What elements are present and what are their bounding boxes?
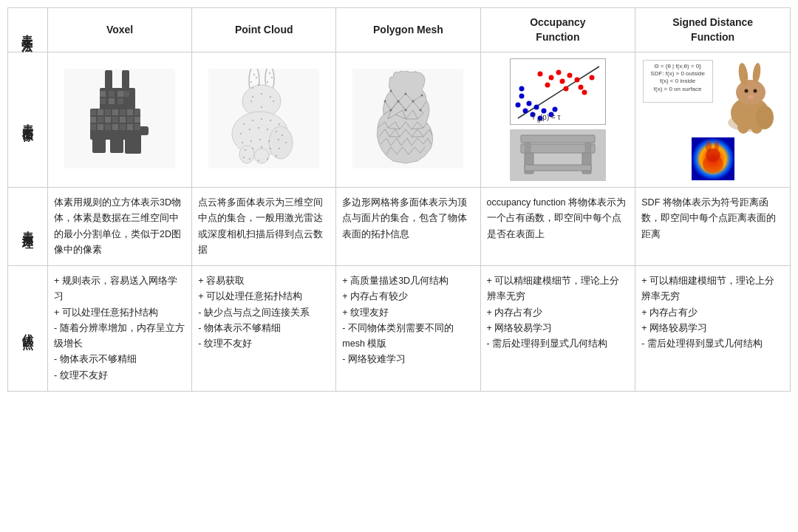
svg-point-59: [243, 123, 245, 125]
svg-point-165: [559, 79, 565, 84]
svg-rect-34: [120, 124, 126, 130]
svg-point-79: [270, 148, 271, 149]
svg-point-153: [384, 100, 386, 103]
sdf-image-cell: Θ = {θ | f(x;θ) = 0} SDF: f(x) > 0 outsi…: [635, 52, 791, 188]
svg-point-75: [285, 142, 287, 143]
svg-point-71: [250, 140, 252, 142]
svg-rect-30: [90, 124, 96, 130]
svg-point-53: [252, 96, 253, 98]
svg-point-207: [706, 140, 712, 152]
svg-point-169: [589, 75, 594, 81]
sdf-heatmap-svg: [692, 137, 734, 180]
svg-rect-19: [112, 109, 118, 115]
svg-rect-186: [521, 144, 595, 153]
svg-rect-191: [525, 143, 531, 153]
svg-point-76: [245, 149, 246, 151]
svg-point-160: [537, 72, 542, 77]
principle-occupancy: occupancy function 将物体表示为一个占有函数，即空间中每个点是…: [480, 188, 635, 266]
principle-pointcloud: 点云将多面体表示为三维空间中点的集合，一般用激光雷达或深度相机扫描后得到点云数据: [192, 188, 336, 266]
svg-point-64: [240, 133, 242, 134]
svg-point-168: [578, 85, 583, 90]
svg-rect-10: [109, 91, 115, 97]
svg-rect-16: [90, 109, 96, 115]
svg-rect-18: [105, 109, 111, 115]
row-header-principle: 表示原理: [8, 188, 48, 266]
svg-point-45: [253, 74, 255, 75]
svg-rect-190: [521, 135, 595, 143]
svg-point-82: [249, 158, 250, 160]
svg-point-57: [273, 100, 274, 102]
svg-point-166: [574, 78, 579, 83]
svg-point-63: [279, 123, 280, 125]
svg-point-84: [267, 158, 268, 160]
svg-point-66: [258, 127, 259, 129]
svg-point-50: [269, 72, 270, 74]
svg-rect-11: [117, 91, 123, 97]
proscons-mesh: + 高质量描述3D几何结构+ 内存占有较少+ 纹理友好- 不同物体类别需要不同的…: [336, 266, 480, 392]
svg-text:(p) = τ: (p) = τ: [540, 113, 561, 121]
svg-point-202: [753, 89, 757, 92]
col-header-mesh: Polygon Mesh: [336, 8, 480, 52]
svg-rect-27: [120, 117, 126, 123]
principle-voxel: 体素用规则的立方体表示3D物体，体素是数据在三维空间中的最小分割单位，类似于2D…: [47, 188, 191, 266]
svg-rect-24: [98, 117, 103, 123]
svg-rect-12: [123, 91, 129, 97]
svg-point-69: [282, 134, 283, 136]
svg-rect-2: [122, 70, 129, 89]
svg-rect-36: [134, 124, 140, 130]
svg-point-83: [258, 160, 259, 161]
svg-point-67: [267, 129, 268, 130]
svg-point-171: [519, 94, 524, 99]
col-header-sdf: Signed Distance Function: [635, 8, 791, 52]
svg-point-56: [250, 100, 252, 102]
col-header-occupancy: Occupancy Function: [480, 8, 635, 52]
svg-point-154: [398, 100, 400, 103]
svg-rect-23: [90, 117, 96, 123]
svg-rect-28: [127, 117, 133, 123]
sdf-rabbit-svg: [717, 60, 783, 134]
occupancy-bench-svg: [510, 129, 606, 181]
svg-rect-21: [127, 109, 133, 115]
svg-point-172: [526, 101, 531, 106]
svg-point-42: [239, 146, 254, 163]
svg-rect-20: [120, 109, 126, 115]
main-container: 表示方法 Voxel Point Cloud Polygon Mesh Occu…: [0, 0, 798, 532]
svg-rect-6: [110, 137, 123, 153]
svg-point-150: [390, 90, 392, 92]
svg-point-163: [567, 73, 572, 78]
svg-point-65: [249, 129, 250, 130]
proscons-voxel: + 规则表示，容易送入网络学习+ 可以处理任意拓扑结构- 随着分辨率增加，内存呈…: [47, 266, 191, 392]
svg-rect-35: [127, 124, 133, 130]
voxel-bunny-svg: [64, 69, 175, 168]
svg-rect-13: [100, 98, 106, 104]
svg-point-77: [252, 148, 253, 149]
svg-point-198: [737, 119, 749, 134]
corner-cell: 表示方法: [8, 8, 48, 52]
svg-rect-31: [98, 124, 103, 130]
svg-rect-32: [105, 124, 111, 130]
svg-point-62: [270, 120, 271, 121]
svg-point-167: [563, 86, 568, 92]
svg-point-181: [519, 86, 524, 92]
voxel-image-cell: [47, 52, 191, 188]
svg-point-55: [270, 96, 271, 98]
row-header-images: 表示图像: [8, 52, 48, 188]
svg-point-177: [515, 103, 520, 108]
svg-point-85: [276, 155, 277, 157]
svg-point-51: [271, 77, 273, 78]
svg-point-156: [390, 109, 392, 112]
svg-point-68: [276, 131, 277, 132]
svg-point-52: [267, 81, 268, 83]
svg-point-152: [421, 95, 423, 97]
svg-point-54: [261, 93, 262, 95]
svg-rect-189: [525, 165, 591, 171]
svg-point-74: [278, 139, 279, 140]
svg-point-157: [405, 109, 407, 112]
svg-point-44: [269, 126, 293, 159]
svg-rect-33: [112, 124, 118, 130]
proscons-sdf: + 可以精细建模细节，理论上分辨率无穷+ 内存占有少+ 网络较易学习- 需后处理…: [635, 266, 791, 392]
svg-point-174: [533, 105, 539, 110]
svg-point-201: [744, 89, 748, 92]
svg-point-78: [261, 146, 262, 148]
svg-point-60: [252, 120, 253, 121]
